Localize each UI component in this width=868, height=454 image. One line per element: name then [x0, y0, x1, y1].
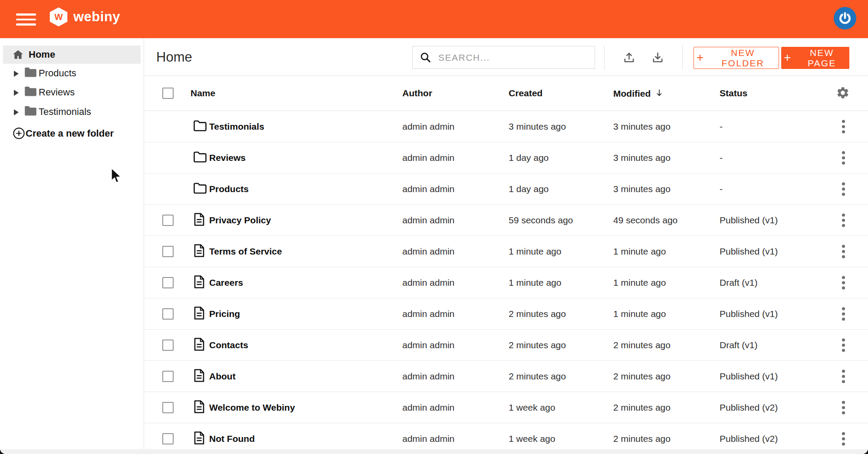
row-created: 2 minutes ago: [509, 340, 566, 350]
row-status: Draft (v1): [720, 340, 758, 350]
row-status: Published (v1): [720, 246, 778, 257]
table-row[interactable]: Testimonialsadmin admin3 minutes ago3 mi…: [144, 111, 868, 142]
row-actions-button[interactable]: [837, 181, 850, 197]
kebab-menu-icon: [842, 400, 845, 415]
row-actions-button[interactable]: [837, 275, 850, 291]
table-row[interactable]: Aboutadmin admin2 minutes ago2 minutes a…: [144, 361, 868, 392]
table-row[interactable]: Pricingadmin admin2 minutes ago1 minute …: [144, 298, 868, 330]
plus-circle-icon: [13, 127, 25, 140]
new-page-button[interactable]: + NEW PAGE: [781, 47, 849, 69]
folder-icon: [194, 183, 207, 194]
row-author: admin admin: [402, 215, 454, 225]
export-pages-button[interactable]: [644, 46, 671, 69]
row-actions-button[interactable]: [837, 431, 850, 447]
row-name[interactable]: Not Found: [209, 434, 255, 444]
chevron-right-icon[interactable]: [14, 109, 19, 115]
create-folder-button[interactable]: Create a new folder: [0, 124, 144, 142]
row-status: Draft (v1): [720, 278, 758, 288]
sidebar-item-home[interactable]: Home: [3, 46, 141, 64]
row-name[interactable]: Reviews: [209, 153, 246, 163]
page-icon: [194, 307, 205, 320]
top-bar: W webiny: [0, 0, 868, 38]
search-icon: [420, 52, 431, 63]
row-name[interactable]: Pricing: [209, 309, 240, 319]
folder-icon: [24, 86, 37, 97]
row-created: 1 day ago: [509, 153, 549, 163]
row-actions-button[interactable]: [837, 119, 850, 134]
table-row[interactable]: Careersadmin admin1 minute ago1 minute a…: [144, 267, 868, 298]
kebab-menu-icon: [842, 119, 845, 134]
sidebar-item-reviews[interactable]: Reviews: [0, 84, 140, 103]
row-status: -: [720, 153, 723, 163]
new-folder-label: NEW FOLDER: [710, 48, 776, 69]
content-area: Home: [144, 38, 868, 454]
row-checkbox[interactable]: [162, 340, 174, 351]
column-header-status[interactable]: Status: [720, 88, 747, 98]
table-row[interactable]: Reviewsadmin admin1 day ago3 minutes ago…: [144, 142, 868, 173]
kebab-menu-icon: [842, 275, 845, 291]
row-name[interactable]: Terms of Service: [209, 246, 282, 257]
row-modified: 3 minutes ago: [613, 153, 671, 163]
row-modified: 2 minutes ago: [613, 340, 671, 350]
row-name[interactable]: Privacy Policy: [209, 215, 271, 225]
table-row[interactable]: Productsadmin admin1 day ago3 minutes ag…: [144, 173, 868, 205]
power-icon: [838, 11, 852, 25]
home-icon: [12, 49, 24, 60]
plus-icon: +: [697, 51, 705, 65]
row-actions-button[interactable]: [837, 150, 850, 166]
sort-desc-icon: [655, 89, 664, 98]
import-pages-button[interactable]: [616, 46, 642, 69]
row-actions-button[interactable]: [837, 244, 850, 259]
sidebar-item-label: Products: [39, 68, 76, 79]
row-name[interactable]: Careers: [209, 278, 243, 288]
row-checkbox[interactable]: [162, 433, 174, 444]
column-header-modified[interactable]: Modified: [613, 88, 664, 99]
row-name[interactable]: Testimonials: [209, 121, 264, 132]
row-checkbox[interactable]: [162, 371, 174, 382]
chevron-right-icon[interactable]: [14, 71, 19, 77]
table-row[interactable]: Privacy Policyadmin admin59 seconds ago4…: [144, 205, 868, 236]
row-name[interactable]: About: [209, 371, 236, 382]
row-actions-button[interactable]: [837, 212, 850, 228]
row-created: 2 minutes ago: [509, 309, 566, 319]
sidebar: Home ProductsReviewsTestimonials Create …: [0, 38, 144, 454]
table-row[interactable]: Terms of Serviceadmin admin1 minute ago1…: [144, 236, 868, 267]
sidebar-item-products[interactable]: Products: [0, 65, 140, 84]
column-header-created[interactable]: Created: [509, 88, 542, 98]
row-created: 1 minute ago: [509, 278, 561, 288]
select-all-checkbox[interactable]: [162, 88, 174, 99]
row-name[interactable]: Products: [209, 184, 249, 194]
row-actions-button[interactable]: [837, 337, 850, 353]
chevron-right-icon[interactable]: [14, 90, 19, 96]
table-row[interactable]: Welcome to Webinyadmin admin1 week ago2 …: [144, 392, 868, 423]
new-folder-button[interactable]: + NEW FOLDER: [694, 47, 779, 69]
scrollbar-track[interactable]: [0, 449, 868, 454]
row-created: 2 minutes ago: [509, 371, 566, 382]
row-actions-button[interactable]: [837, 400, 850, 415]
search-input[interactable]: [438, 46, 595, 69]
row-checkbox[interactable]: [162, 215, 174, 226]
row-checkbox[interactable]: [162, 246, 174, 257]
row-checkbox[interactable]: [162, 277, 174, 288]
column-header-author[interactable]: Author: [402, 88, 432, 98]
row-status: Published (v2): [720, 434, 778, 444]
kebab-menu-icon: [842, 181, 845, 197]
table-settings-button[interactable]: [835, 85, 851, 101]
sidebar-item-testimonials[interactable]: Testimonials: [0, 103, 140, 122]
row-name[interactable]: Contacts: [209, 340, 248, 350]
download-icon: [651, 51, 664, 64]
row-checkbox[interactable]: [162, 402, 174, 413]
menu-icon[interactable]: [16, 13, 36, 26]
row-status: -: [720, 121, 723, 132]
logo-wordmark: webiny: [73, 9, 120, 25]
page-icon: [194, 369, 205, 382]
folder-icon: [194, 151, 207, 163]
row-actions-button[interactable]: [837, 369, 850, 384]
row-actions-button[interactable]: [837, 306, 850, 322]
row-created: 1 day ago: [509, 184, 549, 194]
row-name[interactable]: Welcome to Webiny: [209, 402, 295, 413]
row-checkbox[interactable]: [162, 308, 174, 320]
table-row[interactable]: Contactsadmin admin2 minutes ago2 minute…: [144, 330, 868, 361]
column-header-name[interactable]: Name: [191, 88, 215, 98]
user-avatar[interactable]: [834, 7, 856, 29]
